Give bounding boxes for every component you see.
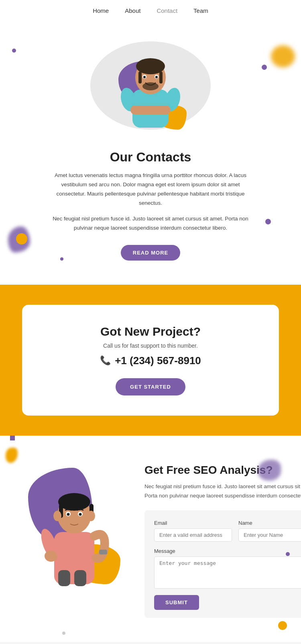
name-input[interactable] bbox=[238, 528, 301, 542]
email-field-group: Email bbox=[154, 520, 232, 542]
project-phone: +1 (234) 567-8910 bbox=[115, 355, 201, 367]
hero-title: Our Contacts bbox=[110, 150, 191, 165]
seo-deco-dot-bl bbox=[10, 436, 15, 440]
deco-yellow-bl bbox=[16, 233, 27, 245]
deco-blob-yellow-tr bbox=[271, 45, 295, 67]
navigation: Home About Contact Team bbox=[0, 0, 301, 21]
project-section: Got New Project? Call us for fast suppor… bbox=[0, 285, 301, 436]
nav-home[interactable]: Home bbox=[93, 7, 109, 14]
message-field-group: Message bbox=[154, 548, 301, 589]
email-label: Email bbox=[154, 520, 232, 526]
hero-person-svg bbox=[118, 41, 183, 130]
name-label: Name bbox=[238, 520, 301, 526]
hero-desc1: Amet luctus venenatis lectus magna fring… bbox=[50, 171, 251, 208]
project-phone-row: 📞 +1 (234) 567-8910 bbox=[46, 355, 255, 367]
svg-rect-17 bbox=[74, 570, 86, 586]
get-started-button[interactable]: GET STARTED bbox=[116, 378, 185, 395]
svg-point-15 bbox=[45, 550, 57, 562]
seo-person-container bbox=[30, 468, 118, 588]
seo-section: Get Free SEO Analysis? Nec feugiat nisl … bbox=[0, 436, 301, 642]
svg-point-11 bbox=[143, 76, 146, 78]
email-input[interactable] bbox=[154, 528, 232, 542]
deco-blob-purple-bl bbox=[8, 226, 30, 253]
deco-dot-purple-r2 bbox=[265, 219, 271, 224]
seo-deco-yellow-br bbox=[278, 621, 287, 630]
nav-about[interactable]: About bbox=[125, 7, 140, 14]
message-label: Message bbox=[154, 548, 301, 554]
submit-button[interactable]: SUBMIT bbox=[154, 595, 199, 610]
nav-team[interactable]: Team bbox=[193, 7, 208, 14]
message-input[interactable] bbox=[154, 556, 301, 589]
seo-person-area bbox=[16, 460, 132, 588]
svg-rect-16 bbox=[58, 570, 70, 586]
hero-image-area bbox=[82, 37, 219, 142]
seo-person-svg bbox=[30, 468, 118, 588]
seo-desc: Nec feugiat nisl pretium fusce id. Justo… bbox=[144, 482, 301, 501]
deco-dot-sm-bl bbox=[60, 257, 63, 261]
hero-section: Our Contacts Amet luctus venenatis lectu… bbox=[0, 21, 301, 285]
read-more-button[interactable]: READ MORE bbox=[121, 245, 180, 261]
svg-rect-7 bbox=[159, 71, 163, 84]
contact-section: Get in Touch Duis aute irure dolor in re… bbox=[0, 642, 301, 644]
hero-desc2: Nec feugiat nisl pretium fusce id. Justo… bbox=[50, 214, 251, 233]
name-field-group: Name bbox=[238, 520, 301, 542]
svg-rect-3 bbox=[130, 106, 171, 114]
seo-deco-blob-purple-r bbox=[258, 460, 281, 481]
deco-dot-purple-tr bbox=[262, 65, 267, 70]
seo-form-card: Email Name Message SUBMIT bbox=[144, 510, 301, 618]
seo-deco-dot-bottom bbox=[62, 632, 65, 635]
seo-deco-dot-r bbox=[286, 552, 290, 556]
seo-content: Get Free SEO Analysis? Nec feugiat nisl … bbox=[144, 460, 301, 618]
deco-dot-purple-tl bbox=[12, 49, 16, 53]
svg-point-27 bbox=[79, 513, 82, 516]
svg-point-23 bbox=[87, 511, 95, 521]
svg-point-22 bbox=[53, 511, 61, 521]
project-title: Got New Project? bbox=[46, 325, 255, 338]
svg-rect-6 bbox=[138, 71, 142, 84]
svg-rect-28 bbox=[99, 550, 107, 554]
svg-point-12 bbox=[155, 76, 158, 78]
form-row-1: Email Name bbox=[154, 520, 301, 542]
phone-icon: 📞 bbox=[100, 355, 111, 366]
svg-point-26 bbox=[67, 513, 70, 516]
hero-person-container bbox=[110, 37, 191, 130]
nav-contact[interactable]: Contact bbox=[157, 7, 177, 14]
project-subtitle: Call us for fast support to this number. bbox=[46, 342, 255, 349]
svg-point-8 bbox=[142, 82, 159, 90]
project-card: Got New Project? Call us for fast suppor… bbox=[22, 305, 279, 416]
